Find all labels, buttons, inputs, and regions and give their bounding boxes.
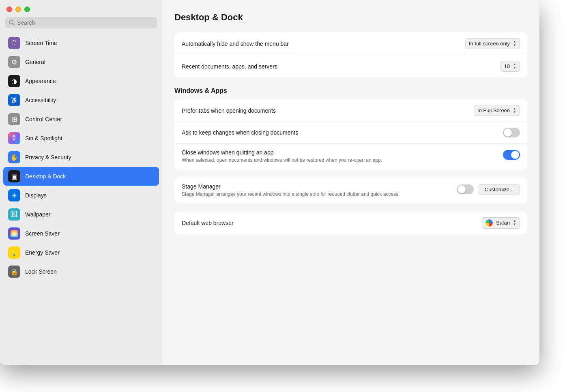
search-input[interactable]: [17, 19, 153, 26]
close-windows-label: Close windows when quitting an app: [182, 149, 382, 156]
main-content: Desktop & Dock Automatically hide and sh…: [162, 0, 539, 365]
settings-group-1: Automatically hide and show the menu bar…: [174, 32, 527, 77]
recent-docs-stepper[interactable]: 10 ▲ ▼: [501, 61, 520, 72]
accessibility-icon: ♿: [8, 94, 20, 106]
prefer-tabs-value: In Full Screen: [477, 107, 510, 114]
sidebar-item-wallpaper[interactable]: 🖼Wallpaper: [3, 205, 159, 224]
close-windows-toggle[interactable]: [503, 150, 520, 160]
setting-row-keep-changes: Ask to keep changes when closing documen…: [174, 122, 527, 144]
siri-icon: 🎙: [8, 132, 20, 144]
customize-button[interactable]: Customize...: [479, 184, 520, 195]
close-windows-toggle-knob: [511, 151, 519, 159]
recent-docs-control[interactable]: 10 ▲ ▼: [501, 61, 520, 72]
wallpaper-label: Wallpaper: [25, 211, 51, 218]
sidebar-item-appearance[interactable]: ◑Appearance: [3, 72, 159, 90]
setting-row-stage-manager: Stage Manager Stage Manager arranges you…: [174, 178, 527, 203]
settings-group-2: Prefer tabs when opening documents In Fu…: [174, 99, 527, 169]
prefer-tabs-label: Prefer tabs when opening documents: [182, 107, 276, 114]
setting-row-prefer-tabs: Prefer tabs when opening documents In Fu…: [174, 99, 527, 122]
setting-row-recent-docs: Recent documents, apps, and servers 10 ▲…: [174, 55, 527, 77]
sidebar-item-screen-time[interactable]: ⏱Screen Time: [3, 34, 159, 52]
general-label: General: [25, 59, 45, 65]
stage-manager-label: Stage Manager: [182, 183, 400, 190]
lock-label: Lock Screen: [25, 268, 57, 275]
default-browser-value: Safari: [496, 220, 510, 226]
svg-line-1: [13, 24, 14, 25]
sidebar: ⏱Screen Time⚙General◑Appearance♿Accessib…: [0, 0, 162, 365]
energy-label: Energy Saver: [25, 249, 60, 256]
menu-bar-arrows: ▲ ▼: [513, 40, 516, 47]
settings-group-3: Stage Manager Stage Manager arranges you…: [174, 178, 527, 203]
displays-label: Displays: [25, 192, 47, 199]
stage-manager-control[interactable]: Customize...: [457, 183, 520, 195]
keep-changes-label: Ask to keep changes when closing documen…: [182, 129, 298, 136]
setting-row-close-windows: Close windows when quitting an app When …: [174, 144, 527, 169]
privacy-label: Privacy & Security: [25, 154, 71, 161]
search-icon: [9, 20, 15, 26]
prefer-tabs-dropdown[interactable]: In Full Screen ▲ ▼: [474, 105, 520, 116]
appearance-icon: ◑: [8, 75, 20, 87]
keep-changes-toggle-knob: [504, 129, 512, 137]
default-browser-control[interactable]: Safari ▲ ▼: [482, 217, 520, 229]
sidebar-item-lock[interactable]: 🔒Lock Screen: [3, 262, 159, 281]
setting-row-menu-bar: Automatically hide and show the menu bar…: [174, 32, 527, 55]
close-windows-label-group: Close windows when quitting an app When …: [182, 149, 382, 164]
sidebar-item-accessibility[interactable]: ♿Accessibility: [3, 91, 159, 109]
recent-docs-label: Recent documents, apps, and servers: [182, 63, 277, 70]
desktop-dock-label: Desktop & Dock: [25, 173, 66, 180]
sidebar-items: ⏱Screen Time⚙General◑Appearance♿Accessib…: [0, 33, 162, 281]
lock-icon: 🔒: [8, 266, 20, 278]
recent-docs-arrows: ▲ ▼: [513, 63, 516, 70]
setting-row-default-browser: Default web browser Safari ▲ ▼: [174, 212, 527, 234]
wallpaper-icon: 🖼: [8, 208, 20, 221]
close-windows-control[interactable]: [503, 149, 520, 160]
stage-manager-label-group: Stage Manager Stage Manager arranges you…: [182, 183, 400, 198]
stage-manager-sublabel: Stage Manager arranges your recent windo…: [182, 191, 400, 198]
control-center-label: Control Center: [25, 116, 62, 122]
privacy-icon: ✋: [8, 151, 20, 163]
menu-bar-control[interactable]: In full screen only ▲ ▼: [465, 38, 520, 49]
default-browser-label: Default web browser: [182, 220, 234, 226]
keep-changes-control[interactable]: [503, 128, 520, 137]
safari-icon: [485, 219, 493, 227]
close-button[interactable]: [6, 6, 12, 12]
sidebar-item-privacy[interactable]: ✋Privacy & Security: [3, 148, 159, 167]
sidebar-item-displays[interactable]: ☀Displays: [3, 186, 159, 205]
sidebar-item-siri[interactable]: 🎙Siri & Spotlight: [3, 129, 159, 148]
sidebar-item-screen-saver[interactable]: 🌅Screen Saver: [3, 224, 159, 243]
settings-group-4: Default web browser Safari ▲ ▼: [174, 212, 527, 234]
prefer-tabs-arrows: ▲ ▼: [513, 107, 516, 114]
prefer-tabs-control[interactable]: In Full Screen ▲ ▼: [474, 105, 520, 116]
displays-icon: ☀: [8, 189, 20, 201]
siri-label: Siri & Spotlight: [25, 135, 62, 141]
desktop-dock-icon: ▣: [8, 170, 20, 182]
energy-icon: 💡: [8, 246, 20, 259]
screen-time-label: Screen Time: [25, 40, 57, 46]
minimize-button[interactable]: [15, 6, 21, 12]
menu-bar-label: Automatically hide and show the menu bar: [182, 41, 289, 47]
default-browser-arrows: ▲ ▼: [513, 219, 516, 226]
section-windows-apps: Windows & Apps: [174, 87, 527, 94]
close-windows-sublabel: When selected, open documents and window…: [182, 157, 382, 164]
appearance-label: Appearance: [25, 78, 56, 84]
screen-time-icon: ⏱: [8, 37, 20, 49]
general-icon: ⚙: [8, 56, 20, 68]
sidebar-item-control-center[interactable]: ⊞Control Center: [3, 110, 159, 129]
stage-manager-toggle[interactable]: [457, 184, 474, 194]
search-bar[interactable]: [5, 17, 157, 28]
screen-saver-icon: 🌅: [8, 227, 20, 240]
sidebar-item-general[interactable]: ⚙General: [3, 53, 159, 71]
sidebar-item-desktop-dock[interactable]: ▣Desktop & Dock: [3, 167, 159, 186]
titlebar: [0, 0, 162, 17]
default-browser-dropdown[interactable]: Safari ▲ ▼: [482, 217, 520, 229]
keep-changes-toggle[interactable]: [503, 128, 520, 137]
maximize-button[interactable]: [24, 6, 30, 12]
page-title: Desktop & Dock: [174, 12, 527, 23]
screen-saver-label: Screen Saver: [25, 230, 60, 237]
menu-bar-dropdown[interactable]: In full screen only ▲ ▼: [465, 38, 520, 49]
control-center-icon: ⊞: [8, 113, 20, 125]
accessibility-label: Accessibility: [25, 97, 56, 103]
recent-docs-value: 10: [504, 63, 510, 69]
sidebar-item-energy[interactable]: 💡Energy Saver: [3, 243, 159, 262]
stage-manager-toggle-knob: [458, 185, 466, 193]
